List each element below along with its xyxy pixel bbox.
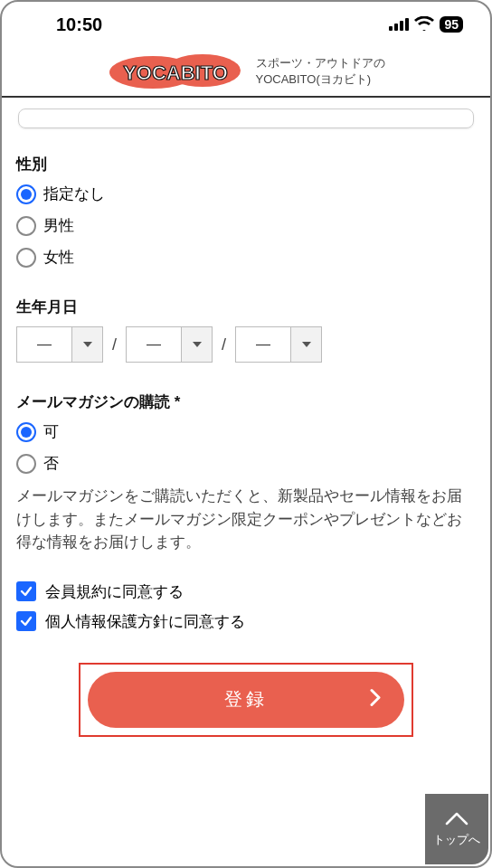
register-button[interactable]: 登録 — [88, 672, 404, 728]
mailmag-option-yes[interactable]: 可 — [16, 421, 476, 442]
form-content: 性別 指定なし 男性 女性 生年月日 — / — — [2, 98, 490, 737]
agree-privacy[interactable]: 個人情報保護方針に同意する — [16, 611, 476, 632]
app-header: YOCABITO スポーツ・アウトドアの YOCABITO(ヨカビト) — [2, 47, 490, 98]
status-time: 10:50 — [56, 14, 102, 35]
agree-terms[interactable]: 会員規約に同意する — [16, 581, 476, 602]
dob-month-value: — — [126, 326, 182, 363]
wifi-icon — [414, 14, 434, 35]
chevron-down-icon — [291, 326, 322, 363]
dob-year-value: — — [16, 326, 72, 363]
dob-month-select[interactable]: — — [126, 326, 213, 363]
gender-label: 性別 — [16, 154, 476, 175]
gender-option-none[interactable]: 指定なし — [16, 184, 476, 204]
tagline: スポーツ・アウトドアの YOCABITO(ヨカビト) — [256, 55, 385, 88]
svg-rect-3 — [405, 18, 409, 31]
submit-highlight-box: 登録 — [79, 663, 413, 737]
mailmag-label: メールマガジンの購読 * — [16, 392, 476, 412]
status-right: 95 — [389, 14, 463, 35]
mailmag-option-label: 否 — [43, 453, 59, 474]
tagline-line2: YOCABITO(ヨカビト) — [256, 71, 385, 88]
dob-sep: / — [222, 335, 226, 354]
mailmag-note: メールマガジンをご購読いただくと、新製品やセール情報をお届けします。またメールマ… — [16, 485, 476, 554]
svg-rect-1 — [394, 24, 398, 31]
radio-icon — [16, 184, 36, 204]
radio-icon — [16, 248, 36, 268]
previous-field-stub[interactable] — [18, 108, 474, 128]
dob-sep: / — [112, 335, 117, 354]
checkbox-checked-icon — [16, 581, 36, 601]
device-frame: 10:50 95 YOCABITO スポーツ・アウトドアの YOCABITO(ヨ… — [0, 0, 492, 868]
dob-day-value: — — [235, 326, 291, 363]
radio-icon — [16, 422, 36, 442]
cellular-icon — [389, 14, 409, 35]
dob-row: — / — / — — [16, 326, 476, 363]
gender-option-label: 指定なし — [43, 184, 105, 204]
tagline-line1: スポーツ・アウトドアの — [256, 55, 385, 71]
chevron-up-icon — [445, 811, 468, 828]
chevron-down-icon — [182, 326, 213, 363]
chevron-right-icon — [370, 688, 381, 711]
scroll-to-top-button[interactable]: トップへ — [425, 794, 488, 864]
checkbox-checked-icon — [16, 611, 36, 631]
scroll-to-top-label: トップへ — [433, 832, 480, 848]
gender-option-label: 男性 — [43, 215, 74, 236]
svg-rect-2 — [400, 21, 403, 31]
svg-text:YOCABITO: YOCABITO — [123, 61, 228, 84]
agree-privacy-label: 個人情報保護方針に同意する — [45, 611, 245, 632]
gender-option-female[interactable]: 女性 — [16, 247, 476, 268]
register-button-label: 登録 — [224, 687, 268, 712]
status-bar: 10:50 95 — [2, 2, 490, 47]
gender-option-label: 女性 — [43, 247, 74, 268]
svg-rect-0 — [389, 26, 393, 31]
agree-terms-label: 会員規約に同意する — [45, 581, 184, 602]
dob-day-select[interactable]: — — [235, 326, 322, 363]
radio-icon — [16, 216, 36, 236]
battery-badge: 95 — [440, 16, 463, 33]
radio-icon — [16, 454, 36, 474]
chevron-down-icon — [72, 326, 103, 363]
dob-label: 生年月日 — [16, 297, 476, 317]
mailmag-option-no[interactable]: 否 — [16, 453, 476, 474]
dob-year-select[interactable]: — — [16, 326, 103, 363]
mailmag-option-label: 可 — [43, 421, 59, 442]
logo[interactable]: YOCABITO — [108, 52, 243, 90]
gender-option-male[interactable]: 男性 — [16, 215, 476, 236]
